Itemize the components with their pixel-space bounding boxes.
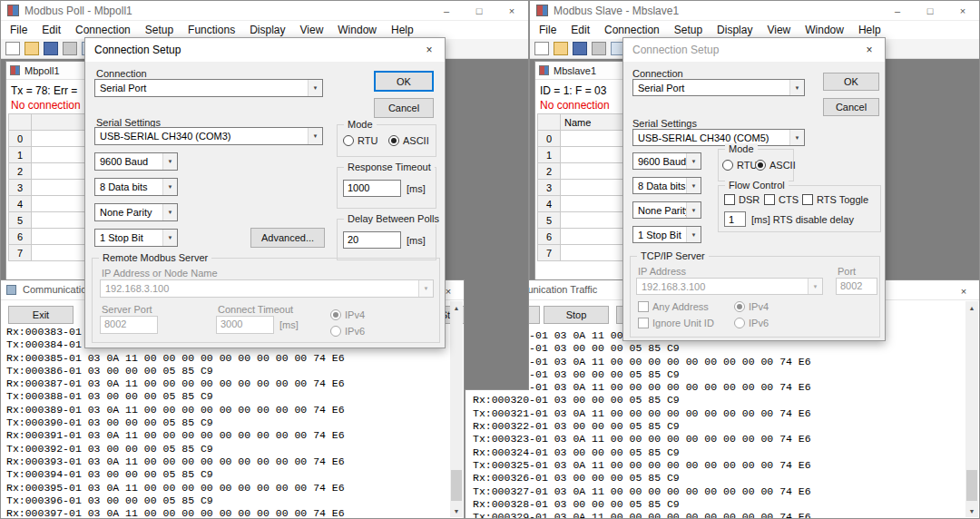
close-icon[interactable]: × xyxy=(946,1,979,21)
connection-label: Connection xyxy=(96,68,147,79)
cts-option[interactable]: CTS xyxy=(764,194,799,205)
close-icon[interactable]: × xyxy=(495,1,528,21)
menu-edit[interactable]: Edit xyxy=(34,21,68,39)
ascii-option[interactable]: ASCII xyxy=(755,160,796,171)
rts-toggle-option[interactable]: RTS Toggle xyxy=(802,194,868,205)
print-icon[interactable] xyxy=(63,42,77,55)
scroll-down-icon[interactable]: ▼ xyxy=(965,504,978,517)
close-icon[interactable]: × xyxy=(414,38,445,62)
exit-button[interactable]: Exit xyxy=(8,306,74,324)
stop-bit-select[interactable]: 1 Stop Bit ▼ xyxy=(94,229,178,247)
ignore-unit-checkbox[interactable] xyxy=(638,318,649,328)
advanced-button[interactable]: Advanced... xyxy=(250,228,325,248)
minimize-icon[interactable]: – xyxy=(881,1,914,21)
maximize-icon[interactable]: □ xyxy=(914,1,946,21)
menu-connection[interactable]: Connection xyxy=(597,21,667,39)
ascii-option[interactable]: ASCII xyxy=(388,135,429,146)
rtu-radio[interactable] xyxy=(722,160,733,171)
ipv4-radio[interactable] xyxy=(330,309,341,320)
data-bits-select[interactable]: 8 Data bits ▼ xyxy=(94,178,178,196)
menu-file[interactable]: File xyxy=(3,21,34,39)
dialog-title-bar: Connection Setup × xyxy=(85,38,445,62)
menu-setup[interactable]: Setup xyxy=(138,21,181,39)
new-file-icon[interactable] xyxy=(534,42,549,55)
ok-button[interactable]: OK xyxy=(374,71,434,92)
stop-button[interactable]: Stop xyxy=(544,306,609,324)
port-input[interactable]: 8002 xyxy=(836,278,877,295)
menu-functions[interactable]: Functions xyxy=(181,21,242,39)
dropdown-icon: ▼ xyxy=(686,178,701,193)
serial-port-select[interactable]: USB-SERIAL CH340 (COM3) ▼ xyxy=(94,127,323,145)
menu-display[interactable]: Display xyxy=(710,21,760,39)
cancel-button[interactable]: Cancel xyxy=(823,98,879,116)
server-port-input[interactable]: 8002 xyxy=(100,316,158,334)
vertical-scrollbar[interactable]: ▲ ▼ xyxy=(450,301,463,517)
rtu-option[interactable]: RTU xyxy=(343,135,377,146)
ascii-radio[interactable] xyxy=(388,135,399,146)
cts-checkbox[interactable] xyxy=(764,194,775,205)
ascii-radio[interactable] xyxy=(755,160,766,171)
ipv6-option[interactable]: IPv6 xyxy=(734,318,769,328)
baud-select[interactable]: 9600 Baud ▼ xyxy=(632,152,701,170)
traffic-line: Tx:000323-01 03 0A 11 00 00 00 00 00 00 … xyxy=(473,433,965,446)
parity-select[interactable]: None Parity ▼ xyxy=(94,203,178,221)
cancel-button[interactable]: Cancel xyxy=(374,98,434,118)
data-bits-select[interactable]: 8 Data bits ▼ xyxy=(632,177,701,194)
minimize-icon[interactable]: – xyxy=(430,1,463,21)
ipv4-option[interactable]: IPv4 xyxy=(330,309,365,320)
open-file-icon[interactable] xyxy=(554,42,568,55)
new-file-icon[interactable] xyxy=(5,42,20,55)
ip-select[interactable]: 192.168.3.100 ▼ xyxy=(636,278,823,295)
ipv4-option[interactable]: IPv4 xyxy=(734,301,769,312)
baud-select[interactable]: 9600 Baud ▼ xyxy=(94,152,178,171)
rtu-radio[interactable] xyxy=(343,135,354,146)
any-address-option[interactable]: Any Address xyxy=(638,301,709,312)
connection-select[interactable]: Serial Port ▼ xyxy=(632,79,805,96)
rtu-option[interactable]: RTU xyxy=(722,160,757,171)
stop-bit-select[interactable]: 1 Stop Bit ▼ xyxy=(632,226,701,243)
save-icon[interactable] xyxy=(573,42,587,55)
menu-help[interactable]: Help xyxy=(384,21,421,39)
rts-delay-input[interactable]: 1 xyxy=(724,211,746,227)
any-address-checkbox[interactable] xyxy=(638,301,649,312)
ipv6-radio[interactable] xyxy=(330,326,341,337)
dsr-checkbox[interactable] xyxy=(724,194,735,205)
scroll-thumb[interactable] xyxy=(966,470,977,501)
rts-toggle-checkbox[interactable] xyxy=(802,194,813,205)
print-icon[interactable] xyxy=(592,42,606,55)
delay-input[interactable]: 20 xyxy=(343,231,401,249)
ipv6-radio[interactable] xyxy=(734,318,745,328)
dsr-option[interactable]: DSR xyxy=(724,194,760,205)
scroll-up-icon[interactable]: ▲ xyxy=(450,301,463,314)
close-icon[interactable]: × xyxy=(854,38,885,62)
menu-file[interactable]: File xyxy=(532,21,564,39)
menu-window[interactable]: Window xyxy=(798,21,851,39)
ignore-unit-option[interactable]: Ignore Unit ID xyxy=(638,318,714,328)
response-timeout-input[interactable]: 1000 xyxy=(343,180,401,197)
menu-help[interactable]: Help xyxy=(851,21,888,39)
connection-select[interactable]: Serial Port ▼ xyxy=(94,79,323,97)
vertical-scrollbar[interactable]: ▲ ▼ xyxy=(965,301,978,517)
connect-timeout-input[interactable]: 3000 xyxy=(216,316,274,334)
menu-connection[interactable]: Connection xyxy=(68,21,138,39)
ok-button[interactable]: OK xyxy=(823,73,879,91)
parity-select[interactable]: None Parity ▼ xyxy=(632,201,701,219)
scroll-thumb[interactable] xyxy=(451,470,462,501)
scroll-up-icon[interactable]: ▲ xyxy=(965,301,978,314)
open-file-icon[interactable] xyxy=(24,42,39,55)
save-icon[interactable] xyxy=(44,42,58,55)
menu-window[interactable]: Window xyxy=(330,21,384,39)
parity-value: None Parity xyxy=(100,207,152,218)
menu-view[interactable]: View xyxy=(760,21,798,39)
menu-display[interactable]: Display xyxy=(242,21,292,39)
ipv6-option[interactable]: IPv6 xyxy=(330,326,365,337)
maximize-icon[interactable]: □ xyxy=(463,1,495,21)
close-icon[interactable]: × xyxy=(952,283,975,299)
menu-setup[interactable]: Setup xyxy=(667,21,710,39)
serial-port-select[interactable]: USB-SERIAL CH340 (COM5) ▼ xyxy=(632,129,805,146)
menu-edit[interactable]: Edit xyxy=(564,21,597,39)
scroll-down-icon[interactable]: ▼ xyxy=(450,504,463,517)
menu-view[interactable]: View xyxy=(293,21,331,39)
ipv4-radio[interactable] xyxy=(734,301,745,312)
ip-select[interactable]: 192.168.3.100 ▼ xyxy=(100,279,434,298)
